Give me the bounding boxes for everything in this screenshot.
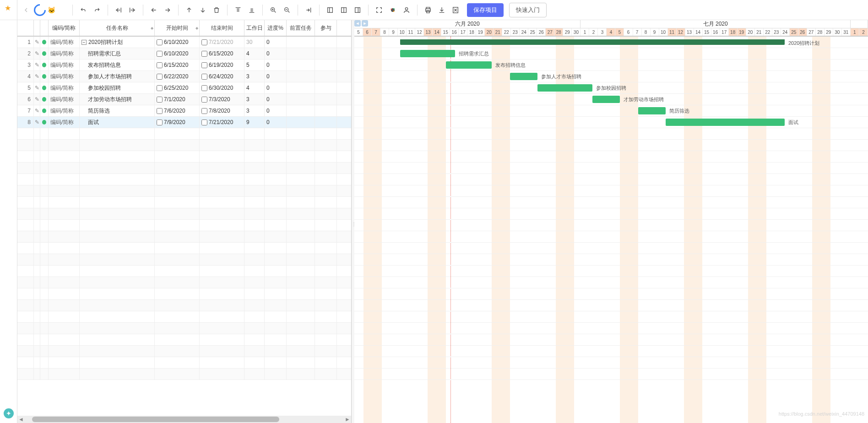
cell-progress[interactable]: 0 [265, 71, 287, 82]
timeline-prev-icon[interactable]: ◄ [354, 20, 361, 27]
align-top-icon[interactable] [232, 4, 244, 16]
cell-code[interactable]: 编码/简称 [49, 71, 80, 82]
col-days[interactable]: 工作日 [244, 20, 265, 36]
task-row[interactable]: 3 ✎ 编码/简称 发布招聘信息 6/15/2020 6/19/2020 5 0 [17, 60, 351, 71]
cell-days[interactable]: 5 [244, 60, 265, 70]
task-bar[interactable]: 招聘需求汇总 [400, 50, 455, 57]
cell-predecessor[interactable] [287, 60, 315, 70]
gantt-row[interactable]: 才加劳动市场招聘 [354, 94, 868, 105]
gantt-row[interactable] [354, 369, 868, 380]
cell-start[interactable]: 7/1/2020 [155, 94, 200, 105]
edit-icon[interactable]: ✎ [34, 48, 40, 59]
cell-days[interactable]: 9 [244, 117, 265, 128]
task-bar[interactable]: 简历筛选 [638, 107, 666, 114]
start-lock-checkbox[interactable] [157, 39, 163, 45]
empty-row[interactable] [17, 220, 351, 231]
cell-code[interactable]: 编码/简称 [49, 105, 80, 116]
indent-icon[interactable] [126, 4, 138, 16]
gantt-row[interactable] [354, 208, 868, 220]
cell-progress[interactable]: 0 [265, 82, 287, 93]
cell-progress[interactable]: 0 [265, 48, 287, 59]
cell-predecessor[interactable] [287, 105, 315, 116]
cell-resource[interactable] [315, 60, 337, 70]
col-start[interactable]: 开始时间◆ [155, 20, 200, 36]
end-lock-checkbox[interactable] [201, 62, 207, 68]
cell-start[interactable]: 7/9/2020 [155, 117, 200, 128]
cell-progress[interactable]: 0 [265, 37, 287, 48]
cell-code[interactable]: 编码/简称 [49, 82, 80, 93]
gantt-row[interactable] [354, 288, 868, 300]
cell-progress[interactable]: 0 [265, 105, 287, 116]
cell-start[interactable]: 6/10/2020 [155, 37, 200, 48]
cell-days[interactable]: 4 [244, 82, 265, 93]
end-lock-checkbox[interactable] [201, 74, 207, 80]
col-predecessor[interactable]: 前置任务 [287, 20, 315, 36]
timeline-next-icon[interactable]: ► [362, 20, 368, 27]
cell-end[interactable]: 7/8/2020 [200, 105, 244, 116]
end-lock-checkbox[interactable] [201, 85, 207, 91]
empty-row[interactable] [17, 300, 351, 311]
cell-predecessor[interactable] [287, 82, 315, 93]
move-left-icon[interactable] [148, 4, 160, 16]
cell-predecessor[interactable] [287, 48, 315, 59]
empty-row[interactable] [17, 346, 351, 357]
edit-icon[interactable]: ✎ [34, 117, 40, 128]
col-resource[interactable]: 参与 [315, 20, 337, 36]
gantt-row[interactable] [354, 243, 868, 254]
cell-start[interactable]: 7/6/2020 [155, 105, 200, 116]
gantt-row[interactable] [354, 140, 868, 151]
empty-row[interactable] [17, 323, 351, 334]
edit-icon[interactable]: ✎ [34, 94, 40, 105]
cell-name[interactable]: 参加校园招聘 [80, 82, 155, 93]
cell-end[interactable]: 6/24/2020 [200, 71, 244, 82]
task-bar[interactable]: 参加人才市场招聘 [510, 73, 537, 80]
user-icon[interactable] [401, 4, 412, 16]
empty-row[interactable] [17, 163, 351, 174]
cell-name[interactable]: −2020招聘计划 [80, 37, 155, 48]
gantt-row[interactable] [354, 163, 868, 174]
download-icon[interactable] [436, 4, 448, 16]
gantt-row[interactable] [354, 254, 868, 266]
empty-row[interactable] [17, 128, 351, 140]
end-lock-checkbox[interactable] [201, 39, 207, 45]
cell-progress[interactable]: 0 [265, 94, 287, 105]
cell-progress[interactable]: 0 [265, 60, 287, 70]
cell-end[interactable]: 7/21/2020 [200, 117, 244, 128]
task-bar[interactable]: 面试 [666, 119, 785, 126]
end-lock-checkbox[interactable] [201, 119, 207, 125]
cell-end[interactable]: 6/15/2020 [200, 48, 244, 59]
empty-row[interactable] [17, 357, 351, 369]
col-code[interactable]: 编码/简称 [49, 20, 80, 36]
start-lock-checkbox[interactable] [157, 119, 163, 125]
theme-icon[interactable] [387, 4, 399, 16]
layout-3-icon[interactable] [352, 4, 363, 16]
grid-body[interactable]: 1 ✎ 编码/简称 −2020招聘计划 6/10/2020 7/21/2020 … [17, 37, 351, 416]
cell-end[interactable]: 6/19/2020 [200, 60, 244, 70]
gantt-row[interactable] [354, 220, 868, 231]
empty-row[interactable] [17, 334, 351, 346]
collapse-icon[interactable]: − [81, 40, 87, 45]
task-row[interactable]: 1 ✎ 编码/简称 −2020招聘计划 6/10/2020 7/21/2020 … [17, 37, 351, 48]
start-lock-checkbox[interactable] [157, 74, 163, 80]
zoom-in-icon[interactable] [267, 4, 279, 16]
edit-icon[interactable]: ✎ [34, 60, 40, 70]
task-bar[interactable]: 参加校园招聘 [537, 84, 592, 92]
col-name[interactable]: 任务名称◆ [80, 20, 155, 36]
gantt-row[interactable]: 招聘需求汇总 [354, 48, 868, 60]
delete-icon[interactable] [211, 4, 222, 16]
gantt-row[interactable] [354, 151, 868, 163]
empty-row[interactable] [17, 243, 351, 254]
cell-resource[interactable] [315, 71, 337, 82]
empty-row[interactable] [17, 231, 351, 243]
cell-resource[interactable] [315, 105, 337, 116]
task-bar[interactable]: 发布招聘信息 [446, 61, 492, 69]
layout-2-icon[interactable] [338, 4, 350, 16]
cell-end[interactable]: 6/30/2020 [200, 82, 244, 93]
gantt-row[interactable] [354, 334, 868, 346]
gantt-row[interactable] [354, 277, 868, 288]
empty-row[interactable] [17, 369, 351, 380]
empty-row[interactable] [17, 174, 351, 185]
empty-row[interactable] [17, 140, 351, 151]
start-lock-checkbox[interactable] [157, 51, 163, 57]
task-row[interactable]: 8 ✎ 编码/简称 面试 7/9/2020 7/21/2020 9 0 [17, 117, 351, 128]
